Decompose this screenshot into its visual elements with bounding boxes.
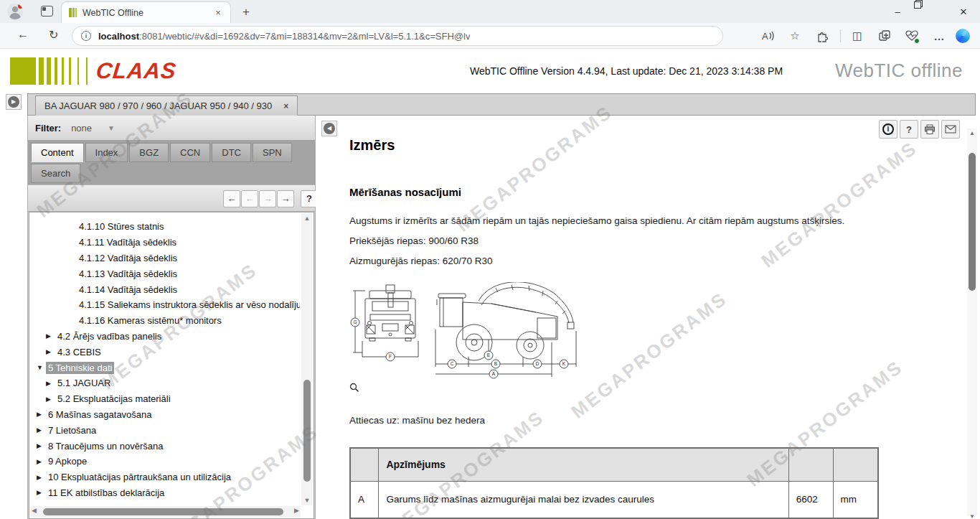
nav-first-button[interactable]: ← (223, 190, 240, 207)
horizontal-scroll-thumb[interactable] (43, 508, 283, 515)
tree-collapsed-icon[interactable]: ▶ (37, 458, 46, 465)
tree-item[interactable]: ▶5.2 Ekspluatācijas materiāli (31, 391, 300, 407)
minimize-button[interactable]: – (881, 0, 914, 23)
notification-dot (18, 4, 23, 9)
split-screen-icon[interactable]: ◫ (847, 26, 868, 46)
tree-item[interactable]: ▶4.2 Ārējs vadības panelis (31, 329, 300, 345)
tree-item[interactable]: 4.1.12 Vadītāja sēdeklis (31, 251, 300, 266)
url-text: localhost:8081/webtic/#v&di=1692&dv=7&mi… (98, 31, 470, 42)
sidebar-tab-spn[interactable]: SPN (253, 143, 292, 162)
tab-close-icon[interactable]: × (212, 6, 225, 19)
browser-tab[interactable]: WebTIC Offline × (61, 1, 231, 23)
new-tab-button[interactable]: + (238, 4, 254, 20)
tree-item[interactable]: ▶5.1 JAGUAR (31, 375, 300, 391)
tree-item[interactable]: 4.1.10 Stūres statnis (31, 219, 300, 235)
tree-item-label: 9 Apkope (46, 455, 89, 467)
tree-item[interactable]: ▶11 EK atbilstības deklarācija (31, 485, 300, 501)
browser-window: WebTIC Offline × + – ✕ ← ↻ i localhost:8… (0, 0, 980, 519)
workspaces-icon[interactable] (41, 6, 53, 17)
scroll-left-icon[interactable]: ◀ (32, 507, 37, 514)
restore-button[interactable] (914, 0, 947, 23)
favorites-star-icon[interactable]: ☆ (784, 26, 806, 46)
profile-avatar[interactable] (7, 4, 23, 19)
tree-item[interactable]: 4.1.11 Vadītāja sēdeklis (31, 235, 300, 251)
page-title: Izmērs (349, 137, 395, 154)
content-scroll-up-icon[interactable]: ▲ (967, 130, 977, 136)
refresh-icon[interactable]: ↻ (49, 28, 58, 42)
dim-label-B: B (494, 361, 497, 366)
sidebar-tab-content[interactable]: Content (31, 143, 84, 162)
sidebar-tab-index[interactable]: Index (85, 143, 128, 162)
svg-text:A: A (762, 31, 768, 42)
site-info-icon[interactable]: i (81, 31, 91, 41)
tree-collapsed-icon[interactable]: ▶ (46, 380, 55, 387)
close-button[interactable]: ✕ (947, 0, 980, 23)
tree-item[interactable]: 4.1.16 Kameras sistēmu* monitors (31, 313, 300, 329)
logo-bar (10, 57, 36, 85)
nav-forward-button[interactable]: → (259, 190, 276, 207)
filter-dropdown-icon[interactable]: ▼ (108, 124, 115, 132)
vertical-scroll-thumb[interactable] (303, 380, 311, 482)
tree-vertical-scrollbar[interactable]: ▲ ▼ (301, 213, 313, 505)
tree-item-label: 4.1.11 Vadītāja sēdeklis (77, 236, 179, 248)
collapse-panel-button[interactable]: ◀ (321, 121, 337, 136)
sidebar-tab-search[interactable]: Search (31, 164, 80, 183)
essentials-badge (914, 38, 920, 44)
tree-item[interactable]: ▶8 Traucējums un novēršana (31, 438, 300, 454)
scroll-right-icon[interactable]: ▶ (294, 507, 299, 514)
scroll-down-icon[interactable]: ▼ (301, 497, 313, 504)
back-icon[interactable]: ← (17, 28, 29, 41)
info-button[interactable]: i (879, 120, 897, 139)
read-aloud-icon[interactable]: A (757, 26, 778, 46)
filter-value-dropdown[interactable]: none (71, 123, 92, 134)
tree-item[interactable]: 4.1.13 Vadītāja sēdeklis (31, 266, 300, 281)
tree-collapsed-icon[interactable]: ▶ (37, 442, 46, 449)
tree-collapsed-icon[interactable]: ▶ (37, 489, 46, 496)
help-button[interactable]: ? (900, 120, 918, 139)
tree-collapsed-icon[interactable]: ▶ (37, 411, 46, 418)
tree-horizontal-scrollbar[interactable]: ◀ ▶ (30, 506, 301, 518)
tree-item[interactable]: ▶6 Mašīnas sagatavošana (31, 407, 300, 423)
dimension-diagram: G F E C B D K A (348, 282, 578, 383)
mail-button[interactable] (941, 120, 960, 139)
tree-expanded-icon[interactable]: ▼ (37, 364, 46, 371)
collections-icon[interactable] (874, 26, 895, 46)
browser-essentials-icon[interactable] (901, 26, 923, 46)
tree-collapsed-icon[interactable]: ▶ (37, 474, 46, 481)
tree-collapsed-icon[interactable]: ▶ (46, 332, 55, 340)
sidebar-tab-dtc[interactable]: DTC (212, 143, 251, 162)
content-scrollbar[interactable]: ▲ ▼ (967, 128, 977, 516)
tree-item[interactable]: 4.1.14 Vadītāja sēdeklis (31, 281, 300, 297)
nav-back-button[interactable]: ← (241, 190, 258, 207)
tree-collapsed-icon[interactable]: ▶ (46, 348, 55, 355)
tree-item-label: 4.3 CEBIS (55, 346, 103, 358)
content-scroll-thumb[interactable] (969, 153, 976, 291)
collapse-panel-icon: ◀ (324, 123, 335, 134)
tree-item[interactable]: ▼5 Tehniskie dati (31, 360, 300, 375)
webtic-brandmark: WebTIC offline (835, 60, 963, 82)
more-menu-icon[interactable]: … (928, 26, 950, 46)
copilot-icon[interactable] (956, 29, 970, 43)
content-scroll-down-icon[interactable]: ▼ (967, 513, 977, 519)
tree-item-label: 5 Tehniskie dati (46, 362, 114, 374)
expand-panel-button[interactable]: ▶ (6, 94, 22, 110)
sidebar-tab-bgz[interactable]: BGZ (129, 143, 169, 162)
sidebar-tab-ccn[interactable]: CCN (170, 143, 210, 162)
extensions-icon[interactable] (811, 26, 833, 46)
tree-item[interactable]: ▶10 Ekspluatācijas pārtraukšana un utili… (31, 469, 300, 485)
tree-collapsed-icon[interactable]: ▶ (46, 396, 55, 403)
zoom-image-icon[interactable] (349, 383, 359, 393)
tree-collapsed-icon[interactable]: ▶ (37, 426, 46, 434)
print-button[interactable] (920, 120, 939, 139)
tree-item[interactable]: 4.1.15 Saliekams instruktora sēdeklis ar… (31, 297, 300, 313)
nav-last-button[interactable]: → (277, 190, 294, 207)
sidebar-tabs-row1: ContentIndexBGZCCNDTCSPN (31, 143, 315, 162)
tree-item[interactable]: ▶7 Lietošana (31, 422, 300, 438)
document-tab-close-icon[interactable]: × (283, 101, 288, 111)
tree-item-label: 4.1.12 Vadītāja sēdeklis (77, 252, 179, 264)
document-tab[interactable]: BA JAGUAR 980 / 970 / 960 / JAGUAR 950 /… (35, 95, 298, 116)
address-bar[interactable]: i localhost:8081/webtic/#v&di=1692&dv=7&… (72, 26, 723, 46)
tree-item[interactable]: ▶4.3 CEBIS (31, 344, 300, 360)
scroll-up-icon[interactable]: ▲ (301, 215, 313, 222)
tree-item[interactable]: ▶9 Apkope (31, 454, 300, 469)
